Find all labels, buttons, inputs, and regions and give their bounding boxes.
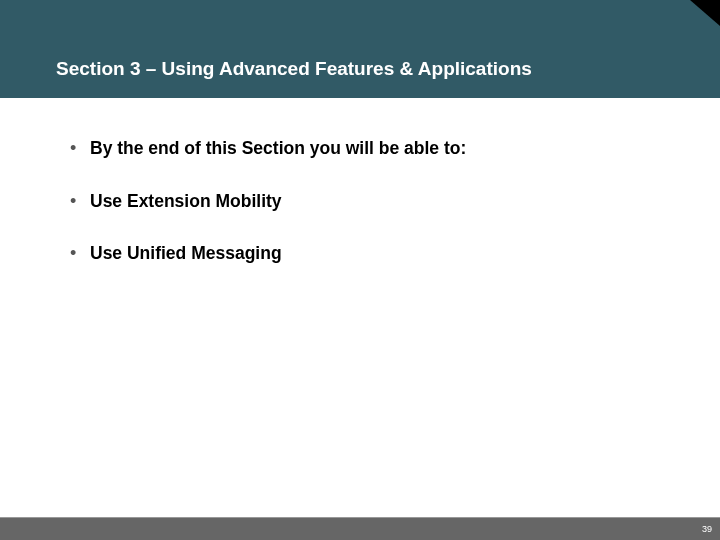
section-title: Section 3 – Using Advanced Features & Ap… (0, 58, 532, 98)
bullet-list: By the end of this Section you will be a… (56, 136, 664, 266)
page-number: 39 (702, 524, 712, 534)
bullet-item: Use Extension Mobility (56, 189, 664, 214)
bullet-item: Use Unified Messaging (56, 241, 664, 266)
header-bar: Section 3 – Using Advanced Features & Ap… (0, 0, 720, 98)
bullet-item: By the end of this Section you will be a… (56, 136, 664, 161)
footer-bar: 39 (0, 517, 720, 540)
slide-content: By the end of this Section you will be a… (0, 98, 720, 266)
